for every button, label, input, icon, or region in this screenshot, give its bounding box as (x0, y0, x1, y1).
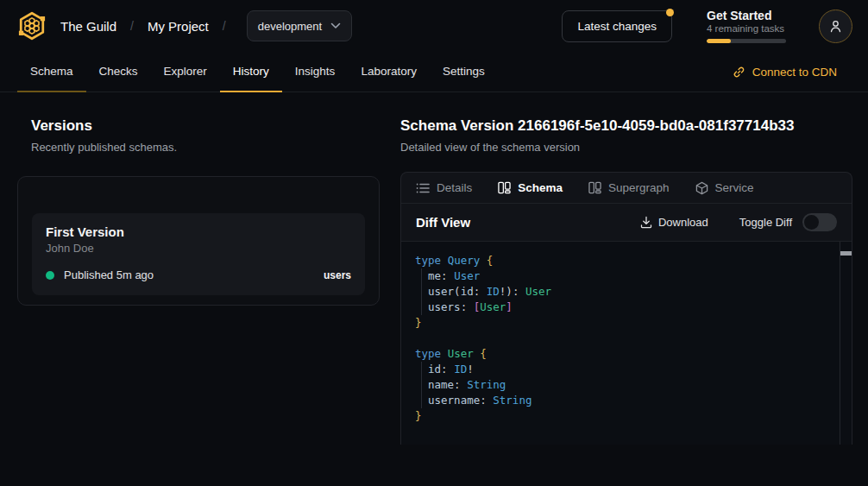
project-nav: Schema Checks Explorer History Insights … (0, 52, 868, 92)
progress-fill (707, 39, 731, 43)
user-icon (828, 19, 843, 34)
latest-changes-button[interactable]: Latest changes (562, 10, 672, 42)
nav-tab-label: Settings (443, 65, 485, 78)
nav-tab-settings[interactable]: Settings (430, 52, 498, 92)
latest-changes-label: Latest changes (577, 20, 657, 33)
detail-tabs: Details Schema (401, 173, 852, 204)
versions-subtitle: Recently published schemas. (31, 141, 380, 154)
detail-tab-label: Service (715, 181, 754, 194)
version-status: Published 5m ago (64, 268, 324, 281)
columns-icon (588, 181, 601, 194)
schema-version-panel: Schema Version 2166196f-5e10-4059-bd0a-0… (400, 92, 868, 445)
detail-tab-label: Details (437, 181, 472, 194)
detail-tab-schema[interactable]: Schema (498, 181, 563, 194)
version-list-item[interactable]: First Version John Doe Published 5m ago … (32, 213, 365, 295)
nav-tab-label: History (233, 65, 269, 78)
breadcrumb-project[interactable]: My Project (148, 19, 209, 34)
target-selector[interactable]: development (247, 10, 352, 41)
version-name: First Version (46, 224, 351, 239)
hive-logo-icon[interactable] (16, 9, 48, 42)
code-line: } (415, 315, 840, 331)
detail-tab-supergraph[interactable]: Supergraph (588, 181, 670, 194)
notification-dot (666, 9, 674, 16)
get-started-widget[interactable]: Get Started 4 remaining tasks (707, 9, 786, 43)
detail-tab-service[interactable]: Service (695, 181, 754, 195)
schema-version-title: Schema Version 2166196f-5e10-4059-bd0a-0… (400, 117, 852, 135)
nav-tab-label: Laboratory (361, 65, 417, 78)
link-icon (733, 66, 745, 79)
version-service-badge: users (324, 269, 351, 281)
schema-sdl-viewer: type Query {me: Useruser(id: ID!): Useru… (401, 241, 852, 445)
code-scrollbar-thumb[interactable] (840, 251, 852, 256)
main-content: Versions Recently published schemas. Fir… (0, 92, 868, 445)
code-line (415, 331, 840, 346)
code-line: me: User (415, 268, 840, 284)
nav-tab-checks[interactable]: Checks (86, 52, 151, 92)
nav-tab-label: Checks (99, 65, 138, 78)
nav-tab-label: Explorer (164, 65, 207, 78)
top-header: The Guild / My Project / development Lat… (0, 0, 868, 52)
connect-to-cdn-link[interactable]: Connect to CDN (719, 52, 851, 92)
code-scrollbar[interactable] (840, 242, 852, 445)
code-line: name: String (415, 377, 840, 393)
code-line: username: String (415, 393, 840, 408)
schema-detail-box: Details Schema (400, 172, 852, 445)
code-block: type Query {me: Useruser(id: ID!): Useru… (415, 253, 840, 424)
schema-version-subtitle: Detailed view of the schema version (400, 141, 852, 154)
version-status-row: Published 5m ago users (46, 268, 351, 281)
chevron-down-icon (330, 22, 341, 29)
code-line: user(id: ID!): User (415, 284, 840, 300)
cube-icon (695, 181, 708, 195)
list-icon (416, 182, 430, 194)
code-line: users: [User] (415, 300, 840, 315)
nav-tab-explorer[interactable]: Explorer (151, 52, 220, 92)
download-icon (640, 216, 652, 229)
versions-title: Versions (31, 117, 380, 135)
get-started-title: Get Started (707, 9, 786, 22)
versions-panel: Versions Recently published schemas. Fir… (0, 92, 400, 445)
nav-tab-insights[interactable]: Insights (282, 52, 349, 92)
published-dot-icon (46, 271, 54, 280)
connect-to-cdn-label: Connect to CDN (752, 66, 837, 79)
breadcrumb-separator: / (221, 19, 228, 33)
target-selector-value: development (258, 20, 322, 33)
code-line: type User { (415, 346, 840, 362)
toggle-diff-switch[interactable] (802, 213, 837, 231)
toggle-diff-label: Toggle Diff (739, 216, 792, 229)
nav-tab-laboratory[interactable]: Laboratory (348, 52, 430, 92)
user-avatar[interactable] (819, 9, 852, 43)
download-label: Download (658, 216, 708, 229)
download-button[interactable]: Download (640, 216, 708, 229)
detail-tab-label: Schema (518, 181, 563, 194)
diff-toolbar: Diff View Download Toggle Diff (401, 204, 852, 241)
breadcrumb-separator: / (129, 19, 135, 33)
get-started-progressbar (707, 39, 786, 43)
code-line: type Query { (415, 253, 840, 268)
columns-icon (498, 181, 511, 194)
nav-tab-history[interactable]: History (220, 52, 282, 92)
code-line: id: ID! (415, 362, 840, 377)
diff-view-title: Diff View (416, 215, 640, 230)
nav-tab-label: Insights (295, 65, 336, 78)
nav-tab-label: Schema (30, 65, 73, 78)
code-line: } (415, 408, 840, 424)
version-author: John Doe (46, 242, 351, 255)
detail-tab-details[interactable]: Details (416, 181, 472, 194)
breadcrumb-org[interactable]: The Guild (60, 19, 116, 34)
switch-knob (804, 215, 819, 230)
versions-card: First Version John Doe Published 5m ago … (17, 176, 380, 306)
nav-tab-schema[interactable]: Schema (17, 52, 86, 92)
detail-tab-label: Supergraph (608, 181, 670, 194)
get-started-subtitle: 4 remaining tasks (707, 23, 786, 34)
nav-spacer (498, 52, 719, 92)
